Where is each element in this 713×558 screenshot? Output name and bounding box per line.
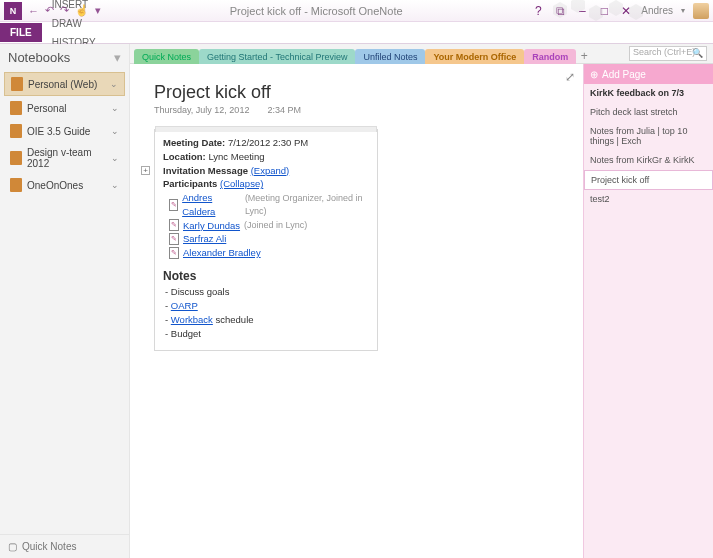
page-list-item[interactable]: Notes from KirkGr & KirkK [584,151,713,170]
notes-heading: Notes [163,268,371,285]
section-tab[interactable]: Random [524,49,576,64]
notebook-panel: Notebooks ▾ Personal (Web)⌄Personal⌄OIE … [0,44,130,558]
contact-icon: ✎ [169,247,179,259]
section-tabs: Quick NotesGetting Started - Technical P… [130,44,713,64]
chevron-down-icon[interactable]: ⌄ [111,103,119,113]
search-icon[interactable]: 🔍 [692,48,703,58]
notebook-item[interactable]: OIE 3.5 Guide⌄ [4,120,125,142]
notebook-icon [10,101,22,115]
note-bullet[interactable]: Discuss goals [175,285,371,299]
participant-link[interactable]: Sarfraz Ali [183,232,226,246]
page-list-item[interactable]: test2 [584,190,713,209]
notebooks-heading: Notebooks [8,50,70,65]
participant-row: ✎Alexander Bradley [169,246,371,260]
page-list-item[interactable]: KirkK feedback on 7/3 [584,84,713,103]
ribbon: FILE HOMEINSERTDRAWHISTORYREVIEWVIEW [0,22,713,44]
notebook-label: Personal (Web) [28,79,97,90]
meeting-date-label: Meeting Date: [163,137,225,148]
collapse-link[interactable]: (Collapse) [220,178,263,189]
avatar[interactable] [693,3,709,19]
page-timestamp: Thursday, July 12, 20122:34 PM [154,105,583,115]
note-icon: ▢ [8,541,17,552]
minimize-icon[interactable]: – [575,4,589,18]
section-tab[interactable]: Unfiled Notes [355,49,425,64]
close-icon[interactable]: ✕ [619,4,633,18]
notebook-icon [10,124,22,138]
section-tab[interactable]: Your Modern Office [425,49,524,64]
page-list-panel: ⊕ Add Page KirkK feedback on 7/3Pitch de… [583,64,713,558]
container-grip[interactable] [155,126,377,132]
page-list-item[interactable]: Notes from Julia | top 10 things | Exch [584,122,713,151]
user-name[interactable]: Andres [641,5,673,16]
chevron-down-icon[interactable]: ⌄ [111,180,119,190]
page-list-item[interactable]: Pitch deck last stretch [584,103,713,122]
notebook-label: Personal [27,103,66,114]
notebook-item[interactable]: Design v-team 2012⌄ [4,143,125,173]
undo-icon[interactable]: ↶ [45,4,54,17]
plus-icon: ⊕ [590,69,598,80]
touch-icon[interactable]: ☝ [75,4,89,17]
qat-more-icon[interactable]: ▾ [95,4,101,17]
note-container[interactable]: + Meeting Date: 7/12/2012 2:30 PM Locati… [154,129,378,351]
contact-icon: ✎ [169,233,179,245]
app-icon: N [4,2,22,20]
maximize-icon[interactable]: □ [597,4,611,18]
collapse-toggle-icon[interactable]: + [141,166,150,175]
notebook-label: Design v-team 2012 [27,147,106,169]
notebook-label: OneOnOnes [27,180,83,191]
expand-link[interactable]: (Expand) [251,165,290,176]
participant-row: ✎Sarfraz Ali [169,232,371,246]
chevron-down-icon[interactable]: ⌄ [110,79,118,89]
note-bullet[interactable]: Workback schedule [175,313,371,327]
help-icon[interactable]: ? [531,4,545,18]
participant-link[interactable]: Karly Dundas [183,219,240,233]
participant-link[interactable]: Andres Caldera [182,191,241,219]
contact-icon: ✎ [169,219,179,231]
notebook-icon [10,151,22,165]
participant-link[interactable]: Alexander Bradley [183,246,261,260]
meeting-date-value: 7/12/2012 2:30 PM [228,137,308,148]
notebook-icon [11,77,23,91]
note-bullet[interactable]: OARP [175,299,371,313]
notebook-icon [10,178,22,192]
invitation-label: Invitation Message [163,165,248,176]
chevron-down-icon[interactable]: ⌄ [111,153,119,163]
notebook-item[interactable]: Personal (Web)⌄ [4,72,125,96]
page-list-item[interactable]: Project kick off [584,170,713,190]
quick-notes-button[interactable]: ▢ Quick Notes [0,534,129,558]
participants-label: Participants [163,178,217,189]
participant-meta: (Meeting Organizer, Joined in Lync) [245,192,371,218]
page-title[interactable]: Project kick off [154,82,583,103]
participant-meta: (Joined in Lync) [244,219,307,232]
page-canvas[interactable]: ⤢ Project kick off Thursday, July 12, 20… [130,64,583,558]
add-page-button[interactable]: ⊕ Add Page [584,64,713,84]
add-section-button[interactable]: + [576,49,592,63]
location-label: Location: [163,151,206,162]
notebook-item[interactable]: Personal⌄ [4,97,125,119]
add-page-label: Add Page [602,69,646,80]
redo-icon[interactable]: ↷ [60,4,69,17]
pin-icon[interactable]: ▾ [114,50,121,65]
section-tab[interactable]: Getting Started - Technical Preview [199,49,355,64]
chevron-down-icon[interactable]: ⌄ [111,126,119,136]
notebook-label: OIE 3.5 Guide [27,126,90,137]
window-title: Project kick off - Microsoft OneNote [101,5,531,17]
notebook-item[interactable]: OneOnOnes⌄ [4,174,125,196]
participant-row: ✎Karly Dundas(Joined in Lync) [169,219,371,233]
section-tab[interactable]: Quick Notes [134,49,199,64]
quick-notes-label: Quick Notes [22,541,76,552]
ribbon-toggle-icon[interactable]: ⧉ [553,4,567,18]
back-icon[interactable]: ← [28,5,39,17]
participant-row: ✎Andres Caldera(Meeting Organizer, Joine… [169,191,371,219]
contact-icon: ✎ [169,199,178,211]
tab-file[interactable]: FILE [0,23,42,42]
expand-page-icon[interactable]: ⤢ [565,70,575,84]
note-bullet[interactable]: Budget [175,327,371,341]
location-value: Lync Meeting [208,151,264,162]
